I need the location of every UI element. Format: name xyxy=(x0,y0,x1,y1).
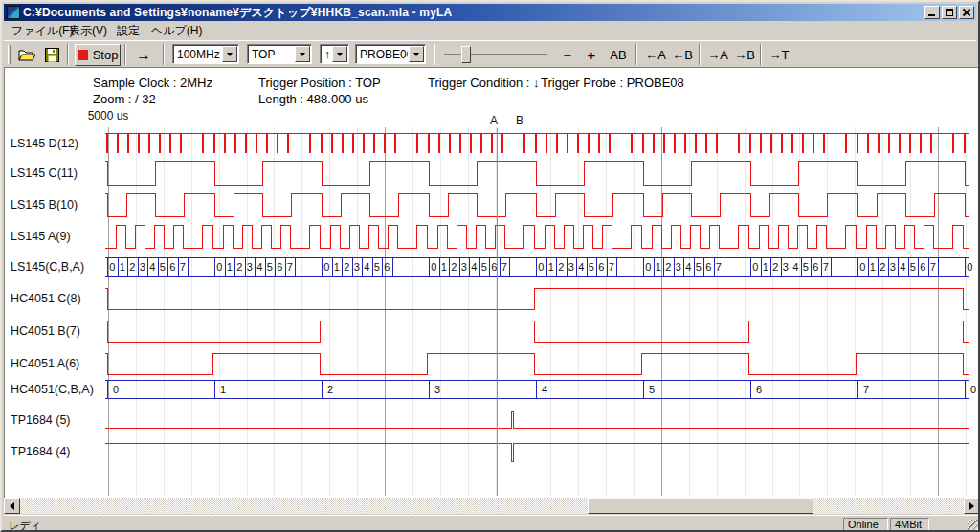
info-zoom: Zoom : / 32 xyxy=(93,92,156,106)
trigger-position-value: TOP xyxy=(248,48,294,61)
stop-icon xyxy=(78,50,88,60)
trigger-edge-combo[interactable]: ↑ xyxy=(320,44,349,64)
window-title: C:¥Documents and Settings¥noname¥デスクトップ¥… xyxy=(23,5,924,21)
minimize-icon xyxy=(928,14,935,16)
scrollbar-thumb[interactable] xyxy=(588,498,813,514)
trigger-edge-value: ↑ xyxy=(321,48,331,61)
toolbar: Stop → 100MHz TOP ↑ PROBE00 − + AB ←A xyxy=(4,40,976,67)
zoom-slider[interactable] xyxy=(444,44,547,65)
menu-help[interactable]: ヘルプ(H) xyxy=(147,23,207,38)
toolbar-separator xyxy=(163,44,165,65)
toolbar-separator xyxy=(124,44,126,65)
trigger-probe-combo[interactable]: PROBE00 xyxy=(355,44,426,64)
horizontal-scrollbar[interactable] xyxy=(4,498,980,514)
status-online: Online xyxy=(843,518,888,531)
menu-view[interactable]: 表示(V) xyxy=(65,23,111,38)
toolbar-separator xyxy=(67,44,69,65)
arrow-right-icon xyxy=(969,502,974,510)
info-sample-clock: Sample Clock : 2MHz xyxy=(93,76,212,90)
info-length: Length : 488.000 us xyxy=(258,92,368,106)
status-ready: レディ xyxy=(9,519,41,532)
goto-cursor-a-button[interactable]: ←A xyxy=(643,44,668,66)
maximize-button[interactable] xyxy=(942,6,957,19)
zoom-out-button[interactable]: − xyxy=(557,44,578,66)
stop-label: Stop xyxy=(93,48,119,62)
goto-trigger-button[interactable]: →T xyxy=(767,44,791,66)
scroll-right-button[interactable] xyxy=(964,498,980,514)
arrow-left-icon xyxy=(10,502,14,510)
waveform-panel[interactable] xyxy=(4,67,980,498)
app-window: C:¥Documents and Settings¥noname¥デスクトップ¥… xyxy=(0,0,980,532)
app-icon xyxy=(7,6,20,19)
menu-settings[interactable]: 設定 xyxy=(113,23,144,38)
minimize-button[interactable] xyxy=(924,6,940,19)
toolbar-separator xyxy=(434,44,435,65)
title-bar[interactable]: C:¥Documents and Settings¥noname¥デスクトップ¥… xyxy=(4,4,976,21)
sample-clock-combo[interactable]: 100MHz xyxy=(172,44,239,64)
run-button[interactable]: → xyxy=(128,44,159,66)
close-button[interactable] xyxy=(959,6,974,19)
ab-button[interactable]: AB xyxy=(605,44,632,66)
goto-cursor-b-button[interactable]: ←B xyxy=(670,44,695,66)
toolbar-grip[interactable] xyxy=(8,45,11,64)
trigger-position-combo[interactable]: TOP xyxy=(247,44,312,64)
dropdown-button[interactable] xyxy=(222,46,237,62)
sample-clock-value: 100MHz xyxy=(173,48,221,61)
trigger-probe-value: PROBE00 xyxy=(356,48,408,61)
dropdown-button[interactable] xyxy=(409,46,424,62)
status-bar: レディ Online 4MBit xyxy=(4,515,980,532)
save-button[interactable] xyxy=(40,44,63,66)
info-trigger-condition: Trigger Condition : ↓ xyxy=(428,76,540,90)
info-trigger-probe: Trigger Probe : PROBE08 xyxy=(541,76,684,90)
toolbar-separator xyxy=(760,44,762,65)
slider-thumb[interactable] xyxy=(461,46,471,63)
dropdown-button[interactable] xyxy=(332,46,347,62)
open-folder-icon xyxy=(18,48,36,62)
open-file-button[interactable] xyxy=(15,44,38,66)
set-cursor-a-button[interactable]: →A xyxy=(705,44,730,66)
scroll-left-button[interactable] xyxy=(4,498,20,514)
menu-bar: ファイル(F) 表示(V) 設定 ヘルプ(H) xyxy=(4,21,976,40)
chevron-down-icon xyxy=(337,53,343,56)
dropdown-button[interactable] xyxy=(295,46,310,62)
chevron-down-icon xyxy=(300,53,305,56)
info-trigger-position: Trigger Position : TOP xyxy=(258,76,381,90)
zoom-in-button[interactable]: + xyxy=(581,44,602,66)
resize-grip[interactable] xyxy=(968,520,980,532)
chevron-down-icon xyxy=(227,53,233,56)
chevron-down-icon xyxy=(413,53,419,56)
set-cursor-b-button[interactable]: →B xyxy=(732,44,757,66)
status-memory: 4MBit xyxy=(890,518,929,531)
toolbar-separator xyxy=(635,44,637,65)
stop-button[interactable]: Stop xyxy=(75,44,121,66)
save-disk-icon xyxy=(45,48,59,62)
slider-track[interactable] xyxy=(444,54,547,55)
toolbar-separator xyxy=(699,44,701,65)
maximize-icon xyxy=(946,9,953,16)
